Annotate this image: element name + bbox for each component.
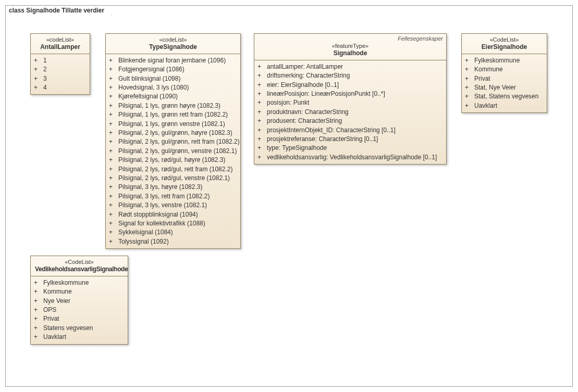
attribute-text: Tolyssignal (1092) bbox=[118, 237, 169, 246]
attribute-text: Privat bbox=[474, 74, 490, 83]
visibility-marker: + bbox=[109, 102, 113, 110]
attribute-row: +Blinkende signal foran jernbane (1096) bbox=[109, 56, 237, 65]
visibility-marker: + bbox=[109, 192, 113, 201]
visibility-marker: + bbox=[465, 65, 469, 74]
attribute-row: +antallLamper: AntallLamper bbox=[257, 62, 443, 71]
attribute-row: +Uavklart bbox=[465, 102, 544, 110]
visibility-marker: + bbox=[257, 108, 262, 117]
visibility-marker: + bbox=[257, 62, 262, 71]
attribute-text: Statens vegvesen bbox=[43, 324, 93, 333]
attribute-row: +Pilsignal, 3 lys, venstre (1082.1) bbox=[109, 201, 237, 210]
class-name: AntallLamper bbox=[35, 43, 85, 52]
visibility-marker: + bbox=[257, 98, 262, 107]
visibility-marker: + bbox=[109, 210, 113, 219]
class-name: EierSignalhode bbox=[466, 43, 543, 52]
class-body-signalhode: +antallLamper: AntallLamper+driftsmerkin… bbox=[254, 60, 446, 164]
attribute-row: +vedlikeholdsansvarlig: Vedlikeholdsansv… bbox=[257, 153, 443, 162]
attribute-row: +Pilsignal, 2 lys, rød/gul, rett fram (1… bbox=[109, 165, 237, 174]
visibility-marker: + bbox=[34, 297, 38, 306]
attribute-row: +Nye Veier bbox=[34, 297, 125, 306]
attribute-row: +produsent: CharacterString bbox=[257, 117, 443, 125]
attribute-text: 1 bbox=[43, 56, 47, 65]
visibility-marker: + bbox=[109, 83, 113, 92]
attribute-text: Nye Veier bbox=[43, 297, 70, 306]
attribute-text: Hovedsignal, 3 lys (1080) bbox=[118, 83, 189, 92]
visibility-marker: + bbox=[34, 279, 38, 287]
visibility-marker: + bbox=[109, 165, 113, 174]
visibility-marker: + bbox=[257, 90, 262, 98]
attribute-text: Rødt stoppblinksignal (1094) bbox=[118, 210, 198, 219]
attribute-text: produktnavn: CharacterString bbox=[267, 108, 349, 117]
visibility-marker: + bbox=[34, 333, 38, 342]
visibility-marker: + bbox=[109, 219, 113, 228]
attribute-row: +Pilsignal, 1 lys, grønn venstre (1082.1… bbox=[109, 120, 237, 129]
attribute-row: +Pilsignal, 3 lys, høyre (1082.3) bbox=[109, 183, 237, 192]
visibility-marker: + bbox=[257, 135, 262, 144]
attribute-row: +Rødt stoppblinksignal (1094) bbox=[109, 210, 237, 219]
attribute-row: +2 bbox=[34, 65, 87, 74]
attribute-text: Pilsignal, 2 lys, gul/grønn, høyre (1082… bbox=[118, 129, 232, 137]
class-name: Signalhode bbox=[259, 49, 442, 58]
frame-title: class Signalhode Tillatte verdier bbox=[5, 5, 112, 15]
visibility-marker: + bbox=[34, 74, 38, 83]
attribute-text: Pilsignal, 3 lys, høyre (1082.3) bbox=[118, 183, 202, 192]
attribute-text: Uavklart bbox=[43, 333, 66, 342]
attribute-text: Privat bbox=[43, 314, 59, 323]
class-signalhode: Fellesegenskaper «featureType» Signalhod… bbox=[254, 33, 447, 165]
class-body-type-signalhode: +Blinkende signal foran jernbane (1096)+… bbox=[106, 54, 240, 248]
attribute-row: +3 bbox=[34, 74, 87, 83]
class-head: «codeList» TypeSignalhode bbox=[106, 34, 240, 54]
attribute-text: antallLamper: AntallLamper bbox=[267, 62, 343, 71]
attribute-row: +Privat bbox=[34, 314, 125, 323]
visibility-marker: + bbox=[34, 324, 38, 333]
visibility-marker: + bbox=[109, 201, 113, 210]
attribute-row: +prosjektreferanse: CharacterString [0..… bbox=[257, 135, 443, 144]
visibility-marker: + bbox=[109, 65, 113, 74]
visibility-marker: + bbox=[109, 129, 113, 137]
attribute-text: 2 bbox=[43, 65, 47, 74]
class-body-eier-signalhode: +Fylkeskommune+Kommune+Privat+Stat, Nye … bbox=[462, 54, 547, 112]
attribute-row: +Pilsignal, 2 lys, rød/gul, høyre (1082.… bbox=[109, 156, 237, 165]
attribute-row: +Kommune bbox=[34, 287, 125, 296]
attribute-text: Signal for kollektivtrafikk (1088) bbox=[118, 219, 205, 228]
attribute-text: driftsmerking: CharacterString bbox=[267, 71, 350, 80]
class-head: «CodeList» EierSignalhode bbox=[462, 34, 547, 54]
diagram-frame: class Signalhode Tillatte verdier «codeL… bbox=[5, 5, 573, 387]
attribute-text: lineærPosisjon: LineærPosisjonPunkt [0..… bbox=[267, 90, 385, 98]
attribute-text: Pilsignal, 2 lys, gul/grønn, rett fram (… bbox=[118, 137, 240, 146]
attribute-row: +Pilsignal, 3 lys, rett fram (1082.2) bbox=[109, 192, 237, 201]
attribute-text: produsent: CharacterString bbox=[267, 117, 342, 125]
stereotype-label: «CodeList» bbox=[466, 36, 543, 43]
visibility-marker: + bbox=[465, 56, 469, 65]
attribute-text: Kjørefeltsignal (1090) bbox=[118, 92, 178, 101]
attribute-row: +1 bbox=[34, 56, 87, 65]
attribute-row: +Pilsignal, 1 lys, grønn høyre (1082.3) bbox=[109, 102, 237, 110]
visibility-marker: + bbox=[109, 120, 113, 129]
attribute-text: Pilsignal, 2 lys, rød/gul, rett fram (10… bbox=[118, 165, 232, 174]
attribute-text: OPS bbox=[43, 306, 56, 314]
frame-title-text: class Signalhode Tillatte verdier bbox=[9, 7, 104, 14]
class-body-vedlikehold: +Fylkeskommune+Kommune+Nye Veier+OPS+Pri… bbox=[31, 276, 128, 344]
attribute-row: +Stat, Statens vegvesen bbox=[465, 92, 544, 101]
attribute-text: Kommune bbox=[474, 65, 503, 74]
attribute-row: +Pilsignal, 2 lys, gul/grønn, rett fram … bbox=[109, 137, 237, 146]
visibility-marker: + bbox=[257, 144, 262, 153]
attribute-text: Pilsignal, 1 lys, grønn høyre (1082.3) bbox=[118, 102, 220, 110]
attribute-text: 3 bbox=[43, 74, 47, 83]
visibility-marker: + bbox=[109, 228, 113, 237]
class-type-signalhode: «codeList» TypeSignalhode +Blinkende sig… bbox=[105, 33, 241, 249]
attribute-text: prosjektInternObjekt_ID: CharacterString… bbox=[267, 126, 396, 135]
attribute-row: +posisjon: Punkt bbox=[257, 98, 443, 107]
attribute-text: Pilsignal, 3 lys, rett fram (1082.2) bbox=[118, 192, 210, 201]
attribute-row: +Signal for kollektivtrafikk (1088) bbox=[109, 219, 237, 228]
visibility-marker: + bbox=[257, 126, 262, 135]
attribute-row: +Fotgjengersignal (1086) bbox=[109, 65, 237, 74]
attribute-text: Stat, Nye Veier bbox=[474, 83, 516, 92]
attribute-row: +Tolyssignal (1092) bbox=[109, 237, 237, 246]
attribute-text: Uavklart bbox=[474, 102, 497, 110]
visibility-marker: + bbox=[109, 74, 113, 83]
attribute-row: +Privat bbox=[465, 74, 544, 83]
attribute-row: +eier: EierSignalhode [0..1] bbox=[257, 81, 443, 90]
attribute-row: +Gult blinksignal (1098) bbox=[109, 74, 237, 83]
visibility-marker: + bbox=[465, 92, 469, 101]
